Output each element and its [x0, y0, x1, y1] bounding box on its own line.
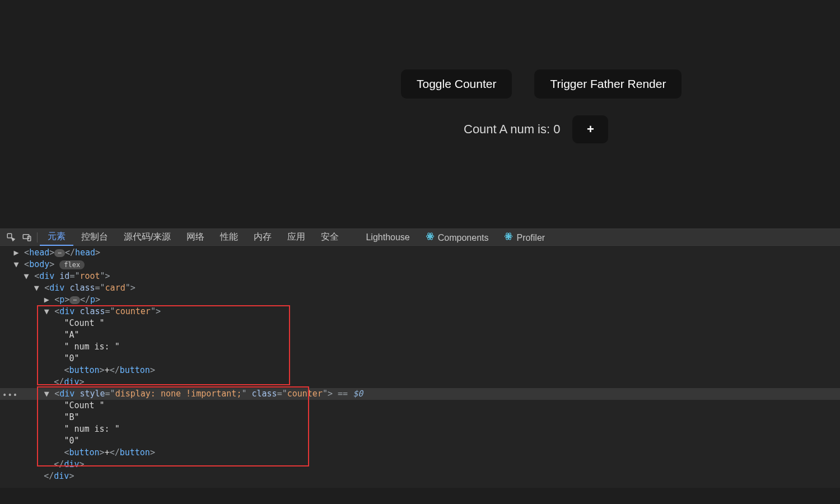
tab-components[interactable]: Components [418, 230, 497, 245]
dom-node-button-a[interactable]: <button>+</button> [0, 365, 840, 376]
dom-node-counter-a[interactable]: ▼ <div class="counter"> [0, 306, 840, 318]
devtools-panel: 元素 控制台 源代码/来源 网络 性能 内存 应用 安全 Lighthouse … [0, 228, 840, 488]
dom-node-p[interactable]: ▶ <p>⋯</p> [0, 294, 840, 306]
tab-sources[interactable]: 源代码/来源 [116, 229, 179, 245]
tab-memory[interactable]: 内存 [246, 229, 279, 245]
elements-dom-tree[interactable]: ••• ▶ <head>⋯</head> ▼ <body> flex ▼ <di… [0, 246, 840, 488]
dom-node-counter-a-close[interactable]: </div> [0, 376, 840, 388]
devtools-tabbar: 元素 控制台 源代码/来源 网络 性能 内存 应用 安全 Lighthouse … [0, 229, 840, 246]
dom-text-zero[interactable]: "0" [0, 353, 840, 365]
react-icon [426, 232, 435, 241]
svg-point-3 [429, 235, 431, 237]
app-viewport: Toggle Counter Trigger Father Render Cou… [0, 0, 840, 228]
counter-label: Count A num is: 0 [464, 122, 560, 137]
dom-text-b[interactable]: "B" [0, 412, 840, 423]
tab-profiler-label: Profiler [516, 233, 545, 242]
tab-application[interactable]: 应用 [279, 229, 313, 245]
tab-elements[interactable]: 元素 [40, 228, 73, 246]
tab-components-label: Components [438, 233, 489, 242]
tab-profiler[interactable]: Profiler [496, 230, 553, 245]
dom-text-count-b[interactable]: "Count " [0, 400, 840, 412]
flex-badge[interactable]: flex [59, 260, 85, 269]
dom-text-count[interactable]: "Count " [0, 318, 840, 329]
tab-security[interactable]: 安全 [313, 229, 347, 245]
dom-node-counter-b-close[interactable]: </div> [0, 459, 840, 470]
dom-node-card-close[interactable]: </div> [0, 470, 840, 482]
dom-node-body[interactable]: ▼ <body> flex [0, 259, 840, 270]
device-toolbar-icon[interactable] [19, 230, 35, 245]
dom-text-zero-b[interactable]: "0" [0, 435, 840, 447]
tab-lighthouse[interactable]: Lighthouse [358, 230, 417, 245]
dom-text-numis-b[interactable]: " num is: " [0, 423, 840, 435]
counter-row: Count A num is: 0 + [464, 115, 608, 143]
dom-text-numis[interactable]: " num is: " [0, 341, 840, 353]
inspect-element-icon[interactable] [3, 230, 19, 245]
toggle-counter-button[interactable]: Toggle Counter [401, 69, 512, 99]
dom-node-button-b[interactable]: <button>+</button> [0, 447, 840, 459]
dom-node-card[interactable]: ▼ <div class="card"> [0, 282, 840, 294]
button-row: Toggle Counter Trigger Father Render [401, 69, 682, 99]
react-icon [504, 232, 513, 241]
dom-node-counter-b-selected[interactable]: ▼ <div style="display: none !important;"… [0, 388, 840, 400]
tab-console[interactable]: 控制台 [73, 229, 116, 245]
dom-text-a[interactable]: "A" [0, 329, 840, 341]
tab-performance[interactable]: 性能 [212, 229, 246, 245]
tabbar-separator [37, 232, 38, 242]
gutter-more-icon[interactable]: ••• [2, 389, 18, 401]
dom-node-root[interactable]: ▼ <div id="root"> [0, 270, 840, 282]
svg-point-7 [508, 235, 510, 237]
increment-button[interactable]: + [572, 115, 608, 143]
dom-node-head[interactable]: ▶ <head>⋯</head> [0, 247, 840, 259]
tab-network[interactable]: 网络 [179, 229, 212, 245]
trigger-father-render-button[interactable]: Trigger Father Render [534, 69, 682, 99]
